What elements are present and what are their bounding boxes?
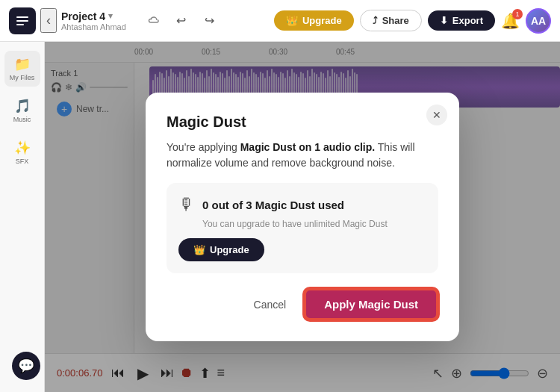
chat-bubble[interactable]: 💬 bbox=[12, 352, 40, 380]
sidebar-label-myfiles: My Files bbox=[10, 74, 35, 81]
content-area: 00:00 00:15 00:30 00:45 Track 1 🎧 ❄ 🔊 + … bbox=[45, 42, 560, 392]
topbar-left: ‹ Project 4 ▾ Ahtasham Ahmad bbox=[9, 7, 126, 34]
app-logo bbox=[9, 7, 36, 34]
notification-badge: 1 bbox=[512, 9, 523, 19]
topbar-actions: 👑 Upgrade ⤴ Share ⬇ Export 🔔 1 AA bbox=[274, 8, 551, 34]
download-icon: ⬇ bbox=[440, 15, 448, 26]
chat-icon: 💬 bbox=[18, 358, 34, 374]
redo-icon[interactable]: ↪ bbox=[198, 9, 222, 33]
project-name: Project 4 ▾ bbox=[61, 10, 126, 22]
apply-magic-dust-button[interactable]: Apply Magic Dust bbox=[304, 288, 438, 320]
share-button[interactable]: ⤴ Share bbox=[360, 10, 422, 31]
project-info: Project 4 ▾ Ahtasham Ahmad bbox=[61, 10, 126, 31]
project-author: Ahtasham Ahmad bbox=[61, 22, 126, 31]
modal-upgrade-button[interactable]: 👑 Upgrade bbox=[178, 238, 264, 261]
usage-card: 🎙 0 out of 3 Magic Dust used You can upg… bbox=[167, 183, 438, 273]
back-button[interactable]: ‹ bbox=[40, 8, 57, 33]
upgrade-button[interactable]: 👑 Upgrade bbox=[274, 10, 354, 31]
usage-header: 🎙 0 out of 3 Magic Dust used bbox=[178, 195, 426, 214]
topbar: ‹ Project 4 ▾ Ahtasham Ahmad ↩ ↪ 👑 Upgra… bbox=[0, 0, 560, 42]
sidebar-item-myfiles[interactable]: 📁 My Files bbox=[4, 51, 40, 87]
avatar[interactable]: AA bbox=[526, 8, 551, 34]
sidebar-item-music[interactable]: 🎵 Music bbox=[4, 93, 40, 128]
myfiles-icon: 📁 bbox=[14, 56, 31, 72]
svg-rect-0 bbox=[16, 16, 28, 18]
crown-modal-icon: 👑 bbox=[193, 244, 205, 255]
usage-title: 0 out of 3 Magic Dust used bbox=[202, 199, 344, 211]
sidebar: 📁 My Files 🎵 Music ✨ SFX bbox=[0, 42, 45, 392]
svg-rect-1 bbox=[16, 20, 28, 22]
modal-description: You're applying Magic Dust on 1 audio cl… bbox=[167, 140, 438, 171]
main-layout: 📁 My Files 🎵 Music ✨ SFX 00:00 00:15 00:… bbox=[0, 42, 560, 392]
crown-icon: 👑 bbox=[286, 15, 298, 26]
modal-footer: Cancel Apply Magic Dust bbox=[167, 288, 438, 320]
bell-container: 🔔 1 bbox=[501, 12, 520, 30]
svg-rect-2 bbox=[16, 24, 24, 25]
undo-icon[interactable]: ↩ bbox=[169, 9, 193, 33]
usage-icon: 🎙 bbox=[178, 195, 195, 214]
sidebar-label-music: Music bbox=[13, 116, 31, 123]
modal-close-button[interactable]: ✕ bbox=[426, 105, 447, 125]
modal-overlay: ✕ Magic Dust You're applying Magic Dust … bbox=[45, 42, 560, 392]
modal-title: Magic Dust bbox=[167, 113, 438, 131]
sidebar-label-sfx: SFX bbox=[16, 158, 29, 165]
magic-dust-modal: ✕ Magic Dust You're applying Magic Dust … bbox=[146, 93, 459, 341]
export-button[interactable]: ⬇ Export bbox=[428, 10, 495, 31]
sfx-icon: ✨ bbox=[14, 140, 31, 156]
share-icon: ⤴ bbox=[373, 15, 378, 26]
topbar-center: ↩ ↪ bbox=[141, 9, 222, 33]
music-icon: 🎵 bbox=[14, 98, 31, 114]
sidebar-item-sfx[interactable]: ✨ SFX bbox=[4, 134, 40, 170]
usage-subtitle: You can upgrade to have unlimited Magic … bbox=[178, 219, 426, 229]
cloud-icon[interactable] bbox=[141, 9, 165, 33]
cancel-button[interactable]: Cancel bbox=[245, 293, 296, 317]
